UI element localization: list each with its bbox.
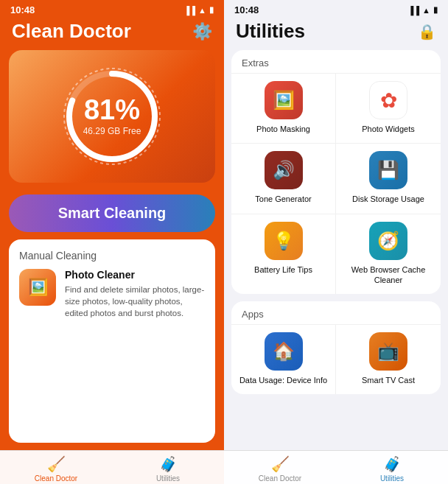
apps-section: Apps 🏠 Data Usage: Device Info 📺 Smart T…	[231, 301, 441, 394]
settings-icon[interactable]: ⚙️	[192, 22, 212, 41]
photo-widgets-label: Photo Widgets	[362, 124, 415, 134]
photo-masking-icon: 🖼️	[265, 81, 303, 119]
photo-cleaner-info: Photo Cleaner Find and delete similar ph…	[65, 269, 205, 319]
right-wifi-icon: ▲	[422, 6, 430, 15]
disk-storage-label: Disk Storage Usage	[352, 194, 424, 204]
battery-icon: ▮	[209, 5, 214, 15]
utilities-scroll: Extras 🖼️ Photo Masking ✿ Photo Widgets …	[224, 50, 448, 450]
battery-life-icon: 💡	[265, 222, 303, 260]
left-tab-bar: 🧹 Clean Doctor 🧳 Utilities	[0, 450, 224, 484]
utilities-tab-icon-left: 🧳	[159, 455, 178, 473]
smart-tv-item[interactable]: 📺 Smart TV Cast	[336, 324, 441, 394]
tone-generator-label: Tone Generator	[255, 194, 311, 204]
photo-masking-label: Photo Masking	[256, 124, 310, 134]
photo-cleaner-title: Photo Cleaner	[65, 269, 205, 281]
tab-clean-doctor-left[interactable]: 🧹 Clean Doctor	[0, 455, 112, 483]
manual-cleaning-card: Manual Cleaning 🖼️ Photo Cleaner Find an…	[9, 239, 215, 443]
right-battery-icon: ▮	[433, 5, 438, 15]
smart-tv-icon: 📺	[369, 332, 407, 371]
app-title: Clean Doctor	[12, 20, 131, 43]
manual-title: Manual Cleaning	[19, 250, 205, 262]
left-status-bar: 10:48 ▐▐ ▲ ▮	[0, 0, 224, 17]
data-usage-item[interactable]: 🏠 Data Usage: Device Info	[231, 324, 336, 394]
battery-life-label: Battery Life Tips	[254, 264, 312, 275]
extras-grid: 🖼️ Photo Masking ✿ Photo Widgets 🔊 Tone …	[231, 73, 441, 294]
data-usage-label: Data Usage: Device Info	[239, 375, 327, 385]
utilities-tab-icon-right: 🧳	[383, 455, 402, 473]
left-panel: 10:48 ▐▐ ▲ ▮ Clean Doctor ⚙️ 81% 46.29 G…	[0, 0, 224, 484]
right-panel: 10:48 ▐▐ ▲ ▮ Utilities 🔒 Extras 🖼️ Photo…	[224, 0, 448, 484]
smart-cleaning-label: Smart Cleaning	[58, 205, 167, 221]
extras-section: Extras 🖼️ Photo Masking ✿ Photo Widgets …	[231, 50, 441, 294]
lock-icon[interactable]: 🔒	[418, 23, 436, 41]
clean-doctor-tab-icon-right: 🧹	[271, 455, 290, 473]
storage-free: 46.29 GB Free	[83, 126, 141, 136]
left-status-icons: ▐▐ ▲ ▮	[184, 5, 214, 15]
right-status-icons: ▐▐ ▲ ▮	[408, 5, 438, 15]
right-status-bar: 10:48 ▐▐ ▲ ▮	[224, 0, 448, 17]
utilities-tab-label-left: Utilities	[156, 474, 180, 483]
utilities-tab-label-right: Utilities	[380, 474, 404, 483]
disk-storage-icon: 💾	[369, 151, 407, 189]
tab-clean-doctor-right[interactable]: 🧹 Clean Doctor	[224, 455, 336, 483]
smart-tv-label: Smart TV Cast	[362, 375, 415, 385]
photo-widgets-item[interactable]: ✿ Photo Widgets	[336, 73, 441, 143]
storage-card: 81% 46.29 GB Free	[9, 50, 215, 183]
tab-utilities-left[interactable]: 🧳 Utilities	[112, 455, 224, 483]
extras-label: Extras	[231, 50, 441, 73]
data-usage-icon: 🏠	[265, 332, 303, 371]
storage-percent: 81%	[83, 96, 141, 124]
clean-doctor-tab-label-right: Clean Doctor	[259, 474, 301, 483]
tab-utilities-right[interactable]: 🧳 Utilities	[336, 455, 448, 483]
smart-cleaning-button[interactable]: Smart Cleaning	[9, 194, 215, 232]
utilities-title: Utilities	[236, 20, 305, 43]
web-browser-icon: 🧭	[369, 222, 407, 260]
photo-cleaner-desc: Find and delete similar photos, large-si…	[65, 284, 205, 319]
right-header: Utilities 🔒	[224, 17, 448, 50]
tone-generator-item[interactable]: 🔊 Tone Generator	[231, 143, 336, 213]
web-browser-label: Web Browser Cache Cleaner	[342, 264, 435, 286]
signal-icon: ▐▐	[184, 6, 196, 15]
storage-circle: 81% 46.29 GB Free	[60, 65, 164, 168]
storage-text: 81% 46.29 GB Free	[83, 96, 141, 137]
clean-doctor-tab-label: Clean Doctor	[35, 474, 77, 483]
photo-masking-item[interactable]: 🖼️ Photo Masking	[231, 73, 336, 143]
apps-label: Apps	[231, 301, 441, 324]
photo-widgets-icon: ✿	[369, 81, 407, 119]
battery-life-item[interactable]: 💡 Battery Life Tips	[231, 214, 336, 295]
apps-grid: 🏠 Data Usage: Device Info 📺 Smart TV Cas…	[231, 324, 441, 394]
tone-generator-icon: 🔊	[265, 151, 303, 189]
left-header: Clean Doctor ⚙️	[0, 17, 224, 50]
left-time: 10:48	[10, 4, 35, 15]
clean-doctor-tab-icon: 🧹	[47, 455, 66, 473]
photo-cleaner-icon: 🖼️	[19, 269, 56, 306]
right-tab-bar: 🧹 Clean Doctor 🧳 Utilities	[224, 450, 448, 484]
disk-storage-item[interactable]: 💾 Disk Storage Usage	[336, 143, 441, 213]
right-signal-icon: ▐▐	[408, 6, 420, 15]
right-time: 10:48	[234, 4, 259, 15]
wifi-icon: ▲	[198, 6, 206, 15]
web-browser-item[interactable]: 🧭 Web Browser Cache Cleaner	[336, 214, 441, 295]
photo-cleaner-row[interactable]: 🖼️ Photo Cleaner Find and delete similar…	[19, 269, 205, 319]
